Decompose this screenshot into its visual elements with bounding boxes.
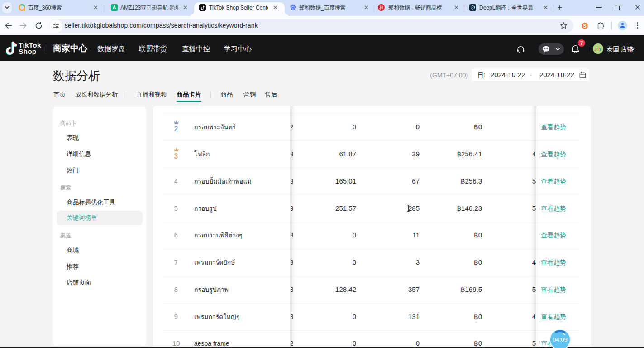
svg-text:S: S <box>583 23 586 29</box>
svg-text:du: du <box>292 8 295 10</box>
